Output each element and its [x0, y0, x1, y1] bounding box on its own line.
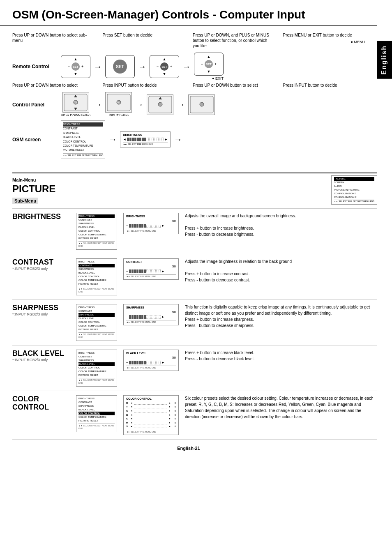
- cp-diagram-2: SET: [105, 92, 132, 113]
- color-control-display-col: COLOR CONTROL R ◄ ► 0 Y ◄ ►: [123, 395, 179, 435]
- instruction-row: Press UP or DOWN button to select sub-me…: [12, 32, 365, 48]
- color-control-menu-col: BRIGHTNESS CONTRAST SHARPNESS BLACK LEVE…: [76, 395, 117, 432]
- contrast-desc: Adjusts the image brightness in relation…: [185, 258, 377, 283]
- black-level-subtitle: *:INPUT RGB2/3 only: [12, 358, 70, 362]
- color-control-menu: BRIGHTNESS CONTRAST SHARPNESS BLACK LEVE…: [76, 395, 117, 432]
- color-control-name-col: COLOR CONTROL: [12, 395, 70, 412]
- sharpness-menu: BRIGHTNESS CONTRAST SHARPNESS BLACK LEVE…: [76, 304, 117, 341]
- brightness-menu-col: BRIGHTNESS CONTRAST SHARPNESS BLACK LEVE…: [76, 213, 117, 250]
- main-menu-section: Main-Menu PICTURE Sub-Menu PICTURE SCREE…: [12, 177, 377, 440]
- sharpness-subtitle: *:INPUT RGB2/3 only: [12, 312, 70, 316]
- arrow-1: →: [94, 62, 102, 71]
- instruction-1b: Press UP or DOWN button to select: [12, 83, 95, 88]
- sharpness-desc: This function is digitally capable to ke…: [185, 304, 377, 329]
- instruction-4: Press MENU or EXIT button to decide ● ME…: [283, 32, 365, 48]
- set-button-4[interactable]: SET: [205, 60, 213, 68]
- svg-point-11: [158, 102, 162, 106]
- contrast-display: CONTRAST 50 − ► ◄► SEL EXIT PRE: [123, 258, 179, 280]
- main-menu-header-row: Main-Menu PICTURE Sub-Menu PICTURE SCREE…: [12, 177, 377, 206]
- page-number: English-21: [0, 440, 377, 457]
- cp-diagram-1: ▼▲ YA: [62, 92, 89, 113]
- sharpness-menu-col: BRIGHTNESS CONTRAST SHARPNESS BLACK LEVE…: [76, 304, 117, 341]
- svg-text:SET: SET: [117, 101, 120, 104]
- menu-label: ● MENU: [283, 40, 365, 45]
- ud-button-label: UP or DOWN button: [61, 113, 90, 117]
- color-row-C: C ◄ ► 0: [126, 417, 176, 421]
- control-panel-label: Control Panel: [12, 102, 58, 108]
- remote-control-row: Remote Control ▲ − SET + ▼ → SET → ▲ − S…: [12, 53, 365, 81]
- instruction-2: Press SET button to decide: [103, 32, 185, 48]
- osm-screen-row: OSM screen BRIGHTNESS CONTRAST SHARPNESS…: [12, 120, 365, 159]
- brightness-display: BRIGHTNESS 50 − ► ◄► SEL EXIT PR: [123, 213, 179, 234]
- instruction-3b: Press UP or DOWN button to select: [193, 83, 275, 88]
- instruction-1: Press UP or DOWN button to select sub-me…: [12, 32, 95, 48]
- top-section: Press UP or DOWN button to select sub-me…: [0, 26, 377, 168]
- color-control-title: COLOR CONTROL: [12, 395, 70, 412]
- submenu-row-brightness: BRIGHTNESS BRIGHTNESS CONTRAST SHARPNESS…: [12, 208, 377, 254]
- arrow-cp-3: →: [177, 100, 185, 109]
- contrast-menu: BRIGHTNESS CONTRAST SHARPNESS BLACK LEVE…: [76, 258, 117, 295]
- cp-diagram-4: [188, 94, 215, 115]
- set-button-3[interactable]: SET: [160, 62, 168, 71]
- cp-diagram-3: [147, 94, 173, 115]
- black-level-title: BLACK LEVEL: [12, 350, 70, 358]
- black-level-desc: Press + button to increase black level. …: [185, 350, 377, 362]
- osm-menu-box-1: BRIGHTNESS CONTRAST SHARPNESS BLACK LEVE…: [61, 120, 105, 159]
- remote-diagram-4: ▲ − SET + ▼: [194, 53, 224, 76]
- brightness-display-col: BRIGHTNESS 50 − ► ◄► SEL EXIT PR: [123, 213, 179, 234]
- arrow-osm-2: →: [174, 135, 182, 144]
- cp-group-2: SET INPUT button: [105, 92, 132, 117]
- color-row-Y: Y ◄ ► 0: [126, 405, 176, 409]
- black-level-display: BLACK LEVEL 50 − ► ◄► SEL EXIT P: [123, 350, 179, 371]
- remote-control-label: Remote Control: [12, 64, 58, 69]
- black-level-menu-col: BRIGHTNESS CONTRAST SHARPNESS BLACK LEVE…: [76, 350, 117, 387]
- contrast-menu-col: BRIGHTNESS CONTRAST SHARPNESS BLACK LEVE…: [76, 258, 117, 295]
- main-menu-label: Main-Menu: [12, 177, 55, 182]
- black-level-name-col: BLACK LEVEL *:INPUT RGB2/3 only: [12, 350, 70, 362]
- submenu-row-contrast: CONTRAST *:INPUT RGB2/3 only BRIGHTNESS …: [12, 254, 377, 299]
- section-divider: [12, 173, 377, 173]
- sharpness-display: SHARPNESS 50 − ► ◄► SEL EXIT PRE: [123, 304, 179, 325]
- control-panel-row: Control Panel ▼▲ YA UP or DOWN button →: [12, 92, 365, 117]
- black-level-menu: BRIGHTNESS CONTRAST SHARPNESS BLACK LEVE…: [76, 350, 117, 387]
- arrow-3: →: [182, 62, 191, 71]
- color-row-M: M ◄ ► 0: [126, 421, 176, 425]
- arrow-osm-1: →: [108, 135, 117, 144]
- page-title: OSM (On-Screen-Manager) Controls - Compu…: [0, 0, 377, 26]
- instruction-3: Press UP or DOWN, and PLUS or MINUS butt…: [193, 32, 275, 48]
- input-button-label: INPUT button: [109, 113, 129, 117]
- remote-diagram-1: ▲ − SET + ▼: [61, 55, 90, 78]
- brightness-menu: BRIGHTNESS CONTRAST SHARPNESS BLACK LEVE…: [76, 213, 117, 250]
- osm-screen-label: OSM screen: [12, 137, 58, 143]
- submenu-row-black-level: BLACK LEVEL *:INPUT RGB2/3 only BRIGHTNE…: [12, 345, 377, 391]
- contrast-name-col: CONTRAST *:INPUT RGB2/3 only: [12, 258, 70, 271]
- color-row-B: B ◄ ► 0: [126, 413, 176, 417]
- arrow-2: →: [138, 62, 146, 71]
- color-row-G: G ◄ ► 0: [126, 409, 176, 413]
- sub-menu-label: Sub-Menu: [12, 198, 38, 204]
- svg-text:YA: YA: [74, 101, 77, 104]
- arrow-cp-2: →: [135, 100, 143, 109]
- brightness-name-col: BRIGHTNESS: [12, 213, 70, 221]
- remote-diagram-3: ▲ − SET + ▼: [150, 55, 179, 78]
- set-button-1[interactable]: SET: [71, 62, 80, 71]
- remote-diagram-2: SET: [105, 55, 135, 78]
- osm-nav-2: ◄► SEL EXIT PRE MENU END: [123, 143, 168, 145]
- remote-4-group: ▲ − SET + ▼ ● EXIT: [194, 53, 224, 81]
- color-control-desc: Six colour presets select the desired co…: [185, 395, 377, 420]
- instruction-row-2: Press UP or DOWN button to select Press …: [12, 83, 365, 88]
- svg-point-13: [200, 102, 204, 106]
- osm-brightness-box: BRIGHTNESS ◄ ► ◄► SEL EXIT PRE MENU END: [120, 131, 171, 147]
- submenu-row-sharpness: SHARPNESS *:INPUT RGB2/3 only BRIGHTNESS…: [12, 299, 377, 345]
- contrast-title: CONTRAST: [12, 258, 70, 267]
- sharpness-title: SHARPNESS: [12, 304, 70, 312]
- set-large-button[interactable]: SET: [113, 60, 127, 74]
- color-row-R: R ◄ ► 0: [126, 401, 176, 405]
- side-tab: English: [377, 41, 392, 79]
- color-control-display: COLOR CONTROL R ◄ ► 0 Y ◄ ►: [123, 395, 179, 435]
- instruction-4b: Press INPUT button to decide: [283, 83, 365, 88]
- instruction-2b: Press INPUT button to decide: [103, 83, 185, 88]
- color-rows: R ◄ ► 0 Y ◄ ► 0 G ◄: [126, 401, 176, 429]
- brightness-desc: Adjusts the overall image and background…: [185, 213, 377, 237]
- submenu-row-color-control: COLOR CONTROL BRIGHTNESS CONTRAST SHARPN…: [12, 391, 377, 440]
